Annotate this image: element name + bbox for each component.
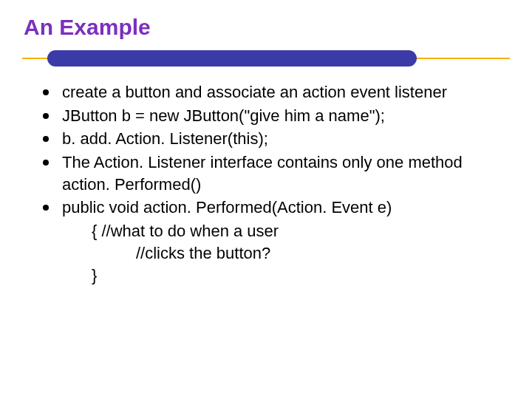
code-line: } [92,265,502,287]
list-item: b. add. Action. Listener(this); [40,128,502,150]
bullet-text: JButton b = new JButton("give him a name… [62,106,385,125]
bullet-text: b. add. Action. Listener(this); [62,129,268,148]
code-line: //clicks the button? [136,242,502,265]
code-line: { //what to do when a user [92,220,502,242]
slide-content: create a button and associate an action … [40,81,502,286]
bullet-text: The Action. Listener interface contains … [62,153,463,194]
code-block: { //what to do when a user //clicks the … [92,220,502,286]
bullet-list: create a button and associate an action … [40,81,502,219]
slide-title: An Example [24,15,510,40]
bullet-text: public void action. Performed(Action. Ev… [62,198,392,216]
rule-bar [47,50,417,66]
list-item: The Action. Listener interface contains … [40,151,502,195]
slide: An Example create a button and associate… [0,0,532,399]
list-item: public void action. Performed(Action. Ev… [40,197,502,219]
title-rule [22,50,510,68]
bullet-text: create a button and associate an action … [62,83,447,101]
list-item: create a button and associate an action … [40,81,502,103]
list-item: JButton b = new JButton("give him a name… [40,105,502,127]
